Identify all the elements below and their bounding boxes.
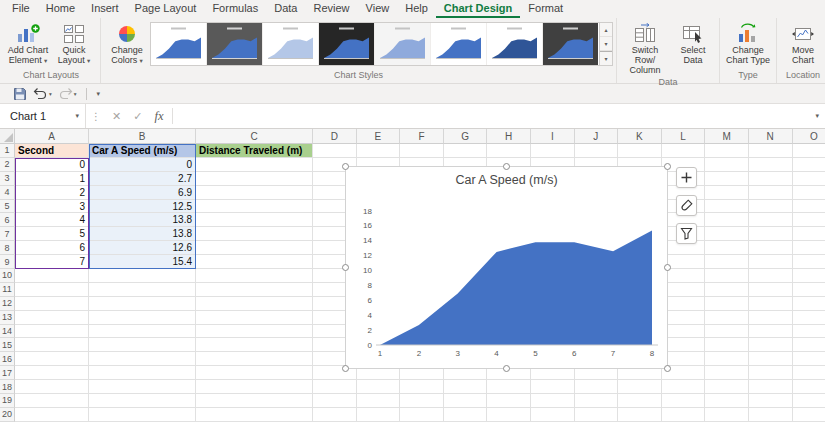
cell-O10[interactable] <box>793 269 825 283</box>
chart-styles-button[interactable] <box>676 195 697 216</box>
cell-N9[interactable] <box>749 255 793 269</box>
cell-C8[interactable] <box>196 241 313 255</box>
column-header-L[interactable]: L <box>662 129 706 144</box>
column-header-M[interactable]: M <box>705 129 749 144</box>
cell-C19[interactable] <box>196 394 313 408</box>
cell-M4[interactable] <box>705 186 749 200</box>
cell-J1[interactable] <box>575 144 619 158</box>
row-header-1[interactable]: 1 <box>0 144 15 158</box>
row-header-17[interactable]: 17 <box>0 366 15 380</box>
cell-N16[interactable] <box>749 352 793 366</box>
cell-C5[interactable] <box>196 200 313 214</box>
cell-B20[interactable] <box>89 408 196 422</box>
chart-resize-handle[interactable] <box>342 264 349 271</box>
chart-title[interactable]: Car A Speed (m/s) <box>346 173 667 187</box>
cell-N12[interactable] <box>749 297 793 311</box>
cell-H18[interactable] <box>487 380 531 394</box>
column-header-B[interactable]: B <box>89 129 196 144</box>
gallery-scroll-down-icon[interactable]: ▾ <box>600 37 612 51</box>
cell-M7[interactable] <box>705 227 749 241</box>
cell-M6[interactable] <box>705 213 749 227</box>
menu-tab-home[interactable]: Home <box>38 0 83 18</box>
cell-B11[interactable] <box>89 283 196 297</box>
formula-input[interactable] <box>176 104 825 128</box>
row-header-6[interactable]: 6 <box>0 213 15 227</box>
cell-O5[interactable] <box>793 200 825 214</box>
cell-M16[interactable] <box>705 352 749 366</box>
cell-A14[interactable] <box>15 325 89 339</box>
cell-G20[interactable] <box>444 408 488 422</box>
cell-A6[interactable]: 4 <box>15 213 89 227</box>
chart-resize-handle[interactable] <box>664 264 671 271</box>
cell-N4[interactable] <box>749 186 793 200</box>
gallery-scroll-up-icon[interactable]: ▴ <box>600 23 612 37</box>
chart-resize-handle[interactable] <box>503 163 510 170</box>
cell-O14[interactable] <box>793 325 825 339</box>
cell-M11[interactable] <box>705 283 749 297</box>
customize-qat-button[interactable]: ▾ <box>93 89 104 99</box>
cell-K18[interactable] <box>618 380 662 394</box>
cell-C2[interactable] <box>196 158 313 172</box>
cell-O13[interactable] <box>793 311 825 325</box>
cell-C20[interactable] <box>196 408 313 422</box>
cell-A15[interactable] <box>15 338 89 352</box>
cell-I19[interactable] <box>531 394 575 408</box>
cell-B3[interactable]: 2.7 <box>89 172 196 186</box>
cell-B17[interactable] <box>89 366 196 380</box>
select-data-button[interactable]: Select Data <box>670 20 716 75</box>
chart-elements-button[interactable] <box>676 167 697 188</box>
move-chart-button[interactable]: Move Chart <box>780 20 825 68</box>
cell-L19[interactable] <box>662 394 706 408</box>
cell-M17[interactable] <box>705 366 749 380</box>
cell-A16[interactable] <box>15 352 89 366</box>
cell-O9[interactable] <box>793 255 825 269</box>
switch-row-column-button[interactable]: Switch Row/ Column <box>620 20 670 75</box>
cell-A12[interactable] <box>15 297 89 311</box>
cell-F1[interactable] <box>400 144 444 158</box>
cell-L12[interactable] <box>662 297 706 311</box>
cell-A13[interactable] <box>15 311 89 325</box>
cell-O20[interactable] <box>793 408 825 422</box>
cell-N20[interactable] <box>749 408 793 422</box>
row-header-19[interactable]: 19 <box>0 394 15 408</box>
cell-N18[interactable] <box>749 380 793 394</box>
quick-layout-button[interactable]: Quick Layout▾ <box>51 20 97 68</box>
chart-resize-handle[interactable] <box>342 163 349 170</box>
cell-O18[interactable] <box>793 380 825 394</box>
insert-function-icon[interactable]: fx <box>148 109 169 124</box>
cell-N15[interactable] <box>749 338 793 352</box>
cell-O17[interactable] <box>793 366 825 380</box>
cell-K20[interactable] <box>618 408 662 422</box>
menu-tab-insert[interactable]: Insert <box>83 0 127 18</box>
row-header-14[interactable]: 14 <box>0 325 15 339</box>
cell-M19[interactable] <box>705 394 749 408</box>
select-all-corner[interactable] <box>0 129 15 144</box>
cell-L20[interactable] <box>662 408 706 422</box>
cell-B18[interactable] <box>89 380 196 394</box>
cell-D18[interactable] <box>313 380 357 394</box>
cell-A17[interactable] <box>15 366 89 380</box>
cell-A2[interactable]: 0 <box>15 158 89 172</box>
cell-M10[interactable] <box>705 269 749 283</box>
cell-A8[interactable]: 6 <box>15 241 89 255</box>
cell-E20[interactable] <box>357 408 401 422</box>
cell-K19[interactable] <box>618 394 662 408</box>
cancel-icon[interactable]: ✕ <box>106 110 127 123</box>
redo-button[interactable]: ▾ <box>55 86 80 101</box>
menu-tab-format[interactable]: Format <box>520 0 571 18</box>
cell-J19[interactable] <box>575 394 619 408</box>
cell-M5[interactable] <box>705 200 749 214</box>
row-header-4[interactable]: 4 <box>0 186 15 200</box>
cell-D20[interactable] <box>313 408 357 422</box>
cell-B1[interactable]: Car A Speed (m/s) <box>89 144 196 158</box>
cell-N17[interactable] <box>749 366 793 380</box>
cell-O16[interactable] <box>793 352 825 366</box>
cell-N6[interactable] <box>749 213 793 227</box>
cell-C11[interactable] <box>196 283 313 297</box>
menu-tab-file[interactable]: File <box>4 0 38 18</box>
cell-O4[interactable] <box>793 186 825 200</box>
cell-M3[interactable] <box>705 172 749 186</box>
cell-B4[interactable]: 6.9 <box>89 186 196 200</box>
cell-H20[interactable] <box>487 408 531 422</box>
cell-K1[interactable] <box>618 144 662 158</box>
